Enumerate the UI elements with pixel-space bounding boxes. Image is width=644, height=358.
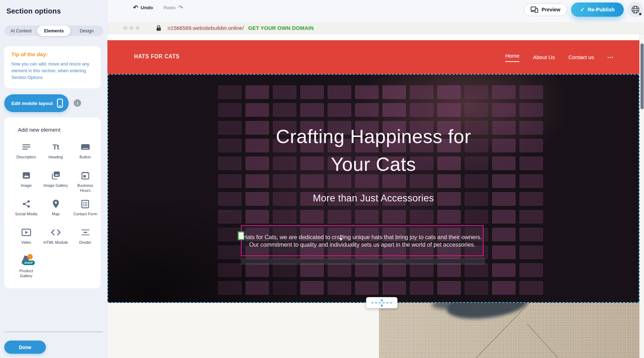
undo-label: Undo xyxy=(141,5,153,10)
hero-heading-line1: Crafting Happiness for xyxy=(108,122,639,150)
editor-topbar: ↶ Undo Redo ↷ Preview ✓ Re-Publish xyxy=(107,0,644,22)
hero-paragraph-line2: Our commitment to quality and individual… xyxy=(249,241,475,248)
page-scrollbar xyxy=(639,34,644,358)
element-contact-form[interactable]: Contact Form xyxy=(70,196,100,224)
shop-badge: SHOP xyxy=(22,260,35,265)
map-icon xyxy=(52,199,59,209)
business-hours-icon xyxy=(81,170,90,181)
site-header: HATS FOR CATS Home About Us Contact us •… xyxy=(107,40,639,74)
element-hover-highlight xyxy=(241,258,485,265)
next-section[interactable] xyxy=(107,303,639,358)
description-icon xyxy=(22,142,31,152)
divider-icon xyxy=(81,227,90,238)
hero-heading[interactable]: Crafting Happiness for Your Cats xyxy=(108,122,639,178)
edit-mobile-layout-button[interactable]: Edit mobile layout xyxy=(4,94,69,112)
section-resize-handle[interactable]: ▼ ▲ xyxy=(366,297,397,308)
phone-icon xyxy=(57,99,63,108)
republish-button[interactable]: ✓ Re-Publish xyxy=(571,2,624,17)
element-divider[interactable]: Divider xyxy=(70,224,100,253)
selected-text-element[interactable]: Hats for Cats, we are dedicated to craft… xyxy=(241,225,484,256)
element-image[interactable]: Image xyxy=(11,167,41,196)
tile-grout-line xyxy=(527,324,561,358)
redo-button[interactable]: Redo ↷ xyxy=(164,5,183,11)
devices-icon xyxy=(530,6,538,13)
preview-button[interactable]: Preview xyxy=(524,3,567,16)
product-gallery-icon: ↑ SHOP xyxy=(20,256,33,266)
html-module-icon xyxy=(51,227,61,238)
element-social-media[interactable]: Social Media xyxy=(11,196,41,224)
address-bar-url[interactable]: n1566589.websitebuilder.online/ xyxy=(168,25,244,31)
info-icon[interactable]: i xyxy=(74,99,81,107)
tip-card: Tip of the day: Now you can add, move an… xyxy=(4,46,101,88)
element-button[interactable]: Button xyxy=(70,139,100,167)
lock-icon xyxy=(156,25,161,31)
upgrade-badge-icon: ↑ xyxy=(27,254,33,259)
check-icon: ✓ xyxy=(580,7,585,12)
edit-mobile-layout-label: Edit mobile layout xyxy=(11,101,53,106)
redo-label: Redo xyxy=(164,5,176,10)
panel-title: Section options xyxy=(6,7,61,15)
hero-section-selected[interactable]: Crafting Happiness for Your Cats More th… xyxy=(107,74,639,303)
browser-chrome: n1566589.websitebuilder.online/ GET YOUR… xyxy=(107,22,644,34)
element-image-gallery[interactable]: Image Gallery xyxy=(41,167,70,196)
mouse-cursor xyxy=(339,237,344,243)
image-icon xyxy=(22,170,31,181)
hero-heading-line2: Your Cats xyxy=(108,150,639,178)
element-description[interactable]: Description xyxy=(11,139,41,167)
panel-tabs: AI Content Elements Design xyxy=(5,26,103,36)
element-product-gallery[interactable]: ↑ SHOP Product Gallery xyxy=(11,253,41,281)
hero-subtitle[interactable]: More than Just Accessories xyxy=(108,193,639,204)
topbar-actions: Preview ✓ Re-Publish xyxy=(524,2,643,17)
floor-image xyxy=(379,303,639,358)
window-dots xyxy=(123,26,139,30)
site-preview-viewport: HATS FOR CATS Home About Us Contact us •… xyxy=(107,34,639,358)
history-controls: ↶ Undo Redo ↷ xyxy=(133,5,183,11)
undo-button[interactable]: ↶ Undo xyxy=(133,5,153,11)
tab-design[interactable]: Design xyxy=(70,26,103,36)
tip-body: Now you can add, move and resize any ele… xyxy=(11,61,94,81)
element-business-hours[interactable]: Business Hours xyxy=(70,167,100,196)
undo-icon: ↶ xyxy=(133,5,138,11)
video-icon xyxy=(21,227,31,238)
get-your-own-domain-link[interactable]: GET YOUR OWN DOMAIN xyxy=(248,25,313,31)
add-new-element-title: Add new element xyxy=(18,127,60,133)
tip-title: Tip of the day: xyxy=(11,51,94,57)
nav-more-menu[interactable]: ••• xyxy=(607,55,614,59)
add-new-element-card: Add new element Description Tt Heading xyxy=(4,117,101,288)
nav-item-about-us[interactable]: About Us xyxy=(533,54,555,60)
site-nav: Home About Us Contact us ••• xyxy=(505,40,614,74)
redo-icon: ↷ xyxy=(178,5,183,11)
tab-ai-content[interactable]: AI Content xyxy=(5,26,37,36)
element-grid: Description Tt Heading Button Ima xyxy=(11,139,101,281)
element-html-module[interactable]: HTML Module xyxy=(41,224,70,253)
preview-label: Preview xyxy=(542,7,560,12)
globe-notification-dot xyxy=(639,13,642,15)
globe-button[interactable] xyxy=(628,2,643,17)
heading-icon: Tt xyxy=(53,142,59,152)
tab-elements[interactable]: Elements xyxy=(37,26,70,36)
arrow-down-icon: ▼ xyxy=(380,299,384,302)
arrow-up-icon: ▲ xyxy=(380,304,384,307)
social-media-icon xyxy=(22,199,31,209)
site-logo[interactable]: HATS FOR CATS xyxy=(134,53,180,60)
republish-label: Re-Publish xyxy=(588,7,615,12)
nav-item-contact-us[interactable]: Contact us xyxy=(569,54,594,60)
globe-icon xyxy=(631,5,640,14)
hero-paragraph-line1: Hats for Cats, we are dedicated to craft… xyxy=(243,234,482,241)
scrollbar-thumb[interactable] xyxy=(640,43,644,109)
element-map[interactable]: Map xyxy=(41,196,70,224)
section-options-panel: Section options AI Content Elements Desi… xyxy=(0,0,107,358)
panel-divider xyxy=(4,332,103,332)
button-icon xyxy=(80,142,90,152)
website-builder-app: ↶ Undo Redo ↷ Preview ✓ Re-Publish xyxy=(0,0,644,358)
element-heading[interactable]: Tt Heading xyxy=(41,139,70,167)
image-gallery-icon xyxy=(51,170,61,181)
element-video[interactable]: Video xyxy=(11,224,41,253)
contact-form-icon xyxy=(81,199,89,209)
nav-item-home[interactable]: Home xyxy=(505,53,519,62)
done-button[interactable]: Done xyxy=(4,341,46,354)
